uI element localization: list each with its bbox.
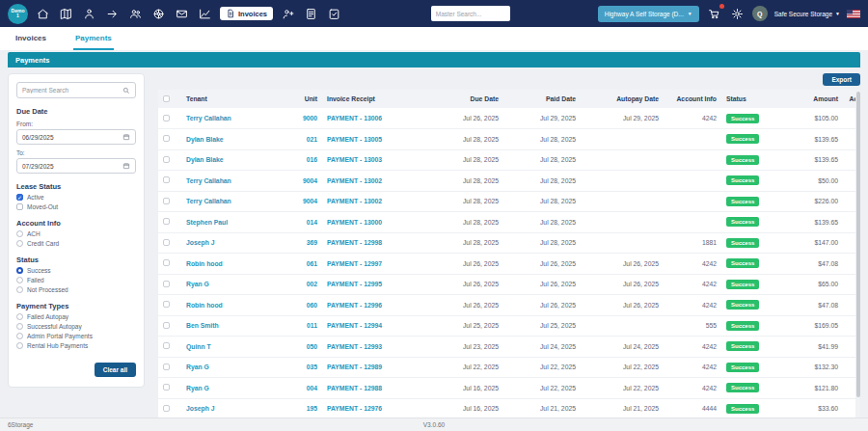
invoice-receipt-link[interactable]: PAYMENT - 12989: [327, 364, 382, 370]
row-checkbox[interactable]: [163, 259, 170, 266]
invoice-receipt-link[interactable]: PAYMENT - 13003: [327, 156, 382, 163]
unit-link[interactable]: 004: [307, 385, 317, 391]
brand-badge[interactable]: Demo 1: [8, 4, 28, 24]
row-checkbox[interactable]: [163, 301, 170, 308]
tenant-link[interactable]: Joseph J: [186, 405, 214, 412]
account-menu[interactable]: Safe Secure Storage ▼: [774, 11, 840, 17]
row-checkbox[interactable]: [163, 135, 170, 142]
tenant-link[interactable]: Dylan Blake: [186, 156, 224, 163]
unit-link[interactable]: 195: [307, 405, 317, 412]
unit-link[interactable]: 050: [307, 343, 317, 350]
tasks-icon[interactable]: [326, 6, 342, 22]
radio-mark-success[interactable]: [16, 267, 23, 274]
map-icon[interactable]: [58, 6, 74, 22]
select-all-checkbox[interactable]: [163, 95, 170, 102]
unit-link[interactable]: 061: [307, 260, 317, 267]
unit-link[interactable]: 016: [307, 156, 317, 163]
row-checkbox[interactable]: [163, 198, 170, 204]
tenant-link[interactable]: Ben Smith: [186, 322, 219, 329]
invoice-receipt-link[interactable]: PAYMENT - 13005: [327, 136, 382, 143]
tenant-link[interactable]: Joseph J: [186, 239, 214, 246]
row-checkbox[interactable]: [163, 405, 170, 412]
row-checkbox[interactable]: [163, 115, 170, 121]
calendar-icon[interactable]: [122, 162, 130, 170]
checkbox-moved-out[interactable]: Moved-Out: [16, 203, 136, 210]
invoice-receipt-link[interactable]: PAYMENT - 12998: [327, 239, 382, 246]
home-icon[interactable]: [35, 6, 51, 22]
notes-icon[interactable]: [303, 6, 319, 22]
tenant-link[interactable]: Ryan G: [186, 385, 209, 391]
unit-link[interactable]: 9004: [303, 177, 317, 184]
us-flag-icon[interactable]: [847, 10, 860, 18]
master-search-input[interactable]: [431, 6, 510, 21]
tab-invoices[interactable]: Invoices: [14, 29, 48, 50]
unit-link[interactable]: 011: [307, 322, 317, 329]
invoice-receipt-link[interactable]: PAYMENT - 13002: [327, 198, 382, 204]
radio-mark-successful-autopay[interactable]: [16, 323, 23, 330]
radio-failed-autopay[interactable]: Failed Autopay: [16, 313, 136, 320]
from-date-input[interactable]: [22, 134, 122, 141]
row-checkbox[interactable]: [163, 384, 170, 391]
radio-not-processed[interactable]: Not Processed: [16, 286, 136, 293]
radio-mark-admin-portal-payments[interactable]: [16, 333, 23, 339]
tenant-link[interactable]: Stephen Paul: [186, 219, 228, 226]
avatar[interactable]: Q: [752, 6, 768, 21]
tenants-icon[interactable]: [127, 6, 144, 22]
cart-icon[interactable]: [706, 6, 722, 22]
gear-icon[interactable]: [729, 6, 746, 22]
to-date-input[interactable]: [22, 163, 122, 170]
radio-ach[interactable]: ACH: [16, 230, 136, 237]
mail-icon[interactable]: [174, 6, 190, 22]
row-checkbox[interactable]: [163, 176, 170, 183]
tenant-link[interactable]: Ryan G: [186, 364, 209, 370]
tenant-link[interactable]: Dylan Blake: [186, 136, 224, 143]
radio-successful-autopay[interactable]: Successful Autopay: [16, 323, 136, 330]
checkbox-active[interactable]: ✓Active: [16, 194, 136, 201]
row-checkbox[interactable]: [163, 156, 170, 163]
export-button[interactable]: Export: [823, 73, 860, 86]
row-checkbox[interactable]: [163, 342, 170, 349]
unit-link[interactable]: 035: [307, 364, 317, 370]
radio-mark-failed[interactable]: [16, 277, 23, 283]
invoice-receipt-link[interactable]: PAYMENT - 13006: [327, 115, 382, 121]
payment-search-input[interactable]: [22, 87, 120, 94]
unit-link[interactable]: 060: [307, 302, 317, 309]
tenant-link[interactable]: Terry Callahan: [186, 198, 231, 204]
tenant-link[interactable]: Quinn T: [186, 343, 211, 350]
radio-failed[interactable]: Failed: [16, 277, 136, 283]
unit-link[interactable]: 9004: [303, 198, 317, 204]
row-checkbox[interactable]: [163, 239, 170, 246]
invoice-receipt-link[interactable]: PAYMENT - 12976: [327, 405, 382, 412]
checkbox-mark-moved-out[interactable]: [16, 203, 23, 210]
invoice-receipt-link[interactable]: PAYMENT - 12996: [327, 302, 382, 309]
invoice-receipt-link[interactable]: PAYMENT - 12993: [327, 343, 382, 350]
radio-mark-rental-hub-payments[interactable]: [16, 342, 23, 349]
unit-link[interactable]: 369: [307, 239, 317, 246]
calendar-icon[interactable]: [122, 133, 130, 141]
radio-mark-credit-card[interactable]: [16, 240, 23, 247]
add-tenant-icon[interactable]: [280, 6, 296, 22]
invoices-nav-button[interactable]: Invoices: [220, 7, 273, 20]
row-checkbox[interactable]: [163, 281, 170, 287]
row-checkbox[interactable]: [163, 364, 170, 370]
invoice-receipt-link[interactable]: PAYMENT - 12997: [327, 260, 382, 267]
radio-admin-portal-payments[interactable]: Admin Portal Payments: [16, 333, 136, 339]
tab-payments[interactable]: Payments: [73, 29, 114, 50]
unit-link[interactable]: 9000: [303, 115, 317, 121]
unit-link[interactable]: 014: [307, 219, 317, 226]
clear-all-button[interactable]: Clear all: [95, 363, 136, 377]
tenant-link[interactable]: Terry Callahan: [186, 177, 231, 184]
radio-mark-ach[interactable]: [16, 230, 23, 237]
invoice-receipt-link[interactable]: PAYMENT - 12988: [327, 385, 382, 391]
unit-link[interactable]: 002: [307, 281, 317, 287]
table-scrollbar-thumb[interactable]: [856, 92, 860, 397]
radio-mark-not-processed[interactable]: [16, 286, 23, 293]
chart-icon[interactable]: [197, 6, 213, 22]
radio-success[interactable]: Success: [16, 267, 136, 274]
move-in-person-icon[interactable]: [81, 6, 97, 22]
row-checkbox[interactable]: [163, 322, 170, 329]
invoice-receipt-link[interactable]: PAYMENT - 13000: [327, 219, 382, 226]
invoice-receipt-link[interactable]: PAYMENT - 12995: [327, 281, 382, 287]
radio-credit-card[interactable]: Credit Card: [16, 240, 136, 247]
row-checkbox[interactable]: [163, 218, 170, 225]
